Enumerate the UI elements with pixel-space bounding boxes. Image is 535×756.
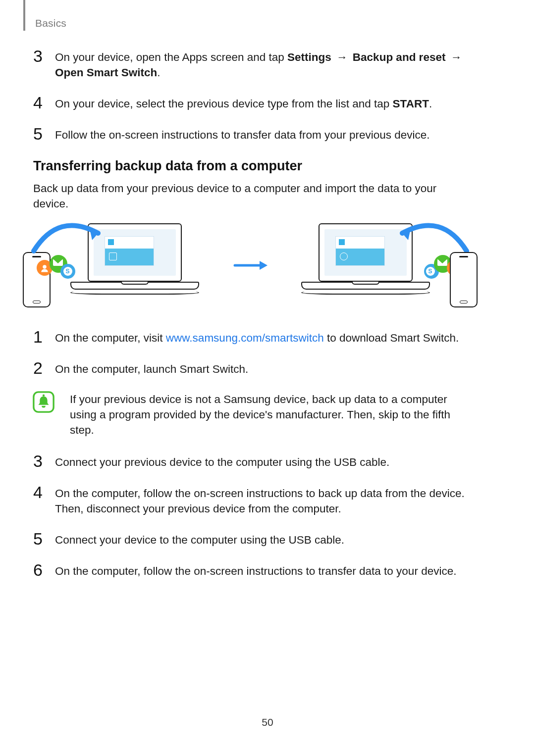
hyperlink[interactable]: www.samsung.com/smartswitch: [166, 332, 324, 344]
svg-point-7: [43, 394, 45, 396]
numbered-step: 5Follow the on-screen instructions to tr…: [33, 125, 467, 143]
phone-icon: [450, 252, 478, 307]
laptop-icon: [281, 223, 450, 307]
arrow-right-icon: [233, 258, 268, 273]
step-text: On the computer, follow the on-screen in…: [55, 561, 456, 579]
step-text: On your device, open the Apps screen and…: [55, 48, 467, 80]
step-number: 4: [33, 94, 44, 111]
step-text: On the computer, visit www.samsung.com/s…: [55, 328, 459, 346]
section-intro: Back up data from your previous device t…: [33, 181, 467, 211]
svg-marker-3: [260, 261, 268, 270]
laptop-icon: [51, 223, 219, 307]
svg-point-1: [43, 265, 47, 269]
diagram-right-group: [281, 223, 478, 307]
step-number: 2: [33, 359, 44, 377]
step-number: 3: [33, 48, 44, 80]
data-icons-cluster: [37, 255, 76, 279]
transfer-diagram: [33, 223, 467, 307]
step-text: On the computer, launch Smart Switch.: [55, 359, 248, 377]
note-callout: If your previous device is not a Samsung…: [33, 391, 467, 438]
numbered-step: 4On your device, select the previous dev…: [33, 94, 467, 111]
page-content: 3On your device, open the Apps screen an…: [33, 48, 467, 593]
step-text: Follow the on-screen instructions to tra…: [55, 125, 430, 143]
step-text: Connect your device to the computer usin…: [55, 530, 344, 548]
step-number: 5: [33, 125, 44, 143]
header-rule: [23, 0, 25, 31]
diagram-left-group: [23, 223, 219, 307]
step-number: 6: [33, 561, 44, 579]
page-number: 50: [262, 716, 273, 728]
numbered-step: 4On the computer, follow the on-screen i…: [33, 484, 467, 516]
section-header: Basics: [35, 17, 66, 29]
numbered-step: 1On the computer, visit www.samsung.com/…: [33, 328, 467, 346]
step-text: Connect your previous device to the comp…: [55, 453, 389, 470]
numbered-step: 5Connect your device to the computer usi…: [33, 530, 467, 548]
note-bell-icon: [32, 391, 55, 413]
step-text: On your device, select the previous devi…: [55, 94, 432, 111]
step-number: 1: [33, 328, 44, 346]
step-number: 5: [33, 530, 44, 548]
document-page: Basics 3On your device, open the Apps sc…: [0, 0, 535, 756]
numbered-step: 3On your device, open the Apps screen an…: [33, 48, 467, 80]
step-number: 3: [33, 453, 44, 470]
numbered-step: 3Connect your previous device to the com…: [33, 453, 467, 470]
note-text: If your previous device is not a Samsung…: [70, 391, 467, 438]
numbered-step: 6On the computer, follow the on-screen i…: [33, 561, 467, 579]
step-number: 4: [33, 484, 44, 516]
step-text: On the computer, follow the on-screen in…: [55, 484, 467, 516]
numbered-step: 2On the computer, launch Smart Switch.: [33, 359, 467, 377]
section-heading: Transferring backup data from a computer: [33, 158, 467, 174]
